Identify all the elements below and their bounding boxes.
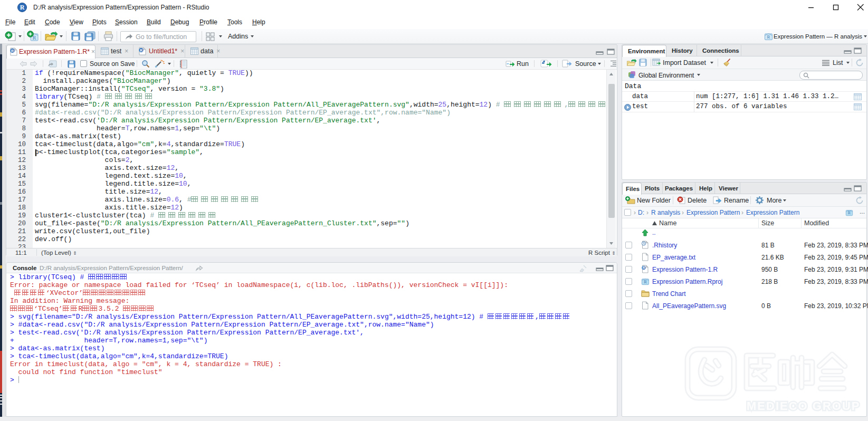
svg-text:MEDIECO GROUP: MEDIECO GROUP [747, 399, 860, 413]
svg-text:R: R [644, 279, 647, 284]
svg-text:R: R [848, 211, 851, 215]
svg-text:R: R [20, 4, 25, 11]
svg-text:R: R [140, 49, 142, 52]
svg-text:R: R [767, 34, 770, 40]
svg-text:R: R [11, 49, 14, 53]
svg-text:R: R [643, 266, 645, 270]
